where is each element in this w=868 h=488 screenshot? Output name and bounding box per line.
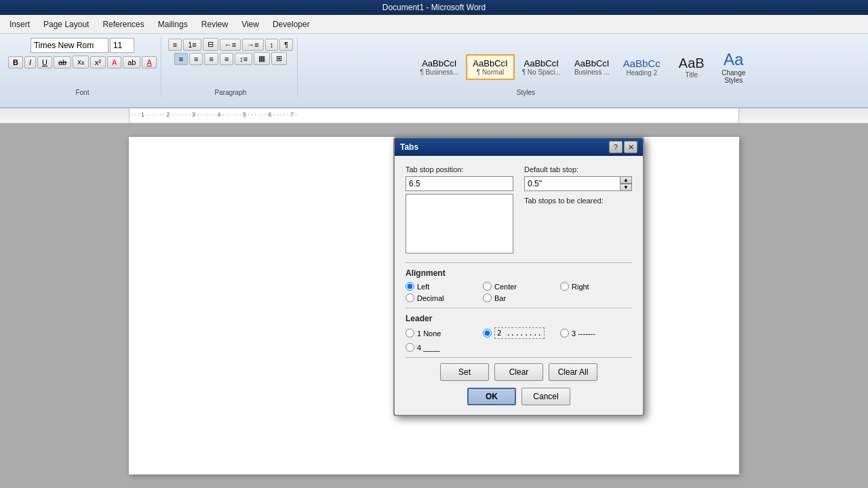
document-area: Tabs ? ✕ Tab stop position: — [0, 123, 868, 488]
title-bar: Document1 - Microsoft Word — [0, 0, 868, 15]
spinner-buttons: ▲ ▼ — [620, 176, 632, 191]
default-tab-stop-col: Default tab stop: ▲ ▼ Tab stops to be cl… — [524, 165, 632, 256]
leader-dashes-option[interactable]: 3 ------- — [560, 327, 632, 339]
multilevel-list-button[interactable]: ⊟ — [203, 38, 218, 51]
leader-none-option[interactable]: 1 None — [406, 327, 477, 339]
leader-dots-radio[interactable] — [483, 329, 492, 338]
align-center-option[interactable]: Center — [483, 282, 555, 291]
highlight-button[interactable]: ab — [123, 56, 140, 68]
list-row: ≡ 1≡ ⊟ ←≡ →≡ ↕ ¶ — [168, 38, 293, 51]
align-left-radio[interactable] — [406, 282, 414, 291]
leader-radio-group: 1 None 2 ........ 3 ------- 4 ____ — [406, 327, 632, 352]
leader-none-radio[interactable] — [406, 329, 414, 338]
styles-section: AaBbCcI ¶ Business... AaBbCcI ¶ Normal A… — [414, 38, 750, 96]
ribbon: B I U ab x₂ x² A ab A Font ≡ 1≡ ⊟ ←≡ →≡ … — [0, 34, 868, 108]
spinner-up-button[interactable]: ▲ — [620, 176, 632, 184]
set-button[interactable]: Set — [440, 363, 489, 381]
style-item-normal[interactable]: AaBbCcI ¶ Normal — [466, 54, 514, 80]
align-bar-radio[interactable] — [483, 293, 492, 302]
change-styles-icon: Aa — [724, 50, 743, 69]
paragraph-group: ≡ 1≡ ⊟ ←≡ →≡ ↕ ¶ ≡ ≡ ≡ ≡ ↕≡ ▦ ⊞ Paragrap… — [164, 37, 298, 98]
cancel-button[interactable]: Cancel — [521, 388, 570, 405]
align-center-label: Center — [494, 283, 517, 291]
tab-stop-listbox-wrapper — [406, 194, 513, 256]
shading-button[interactable]: ▦ — [254, 52, 270, 65]
change-styles-button[interactable]: Aa ChangeStyles — [717, 47, 751, 87]
align-decimal-option[interactable]: Decimal — [406, 293, 477, 302]
alignment-radio-group: Left Center Right Decimal — [406, 282, 632, 302]
align-decimal-radio[interactable] — [406, 293, 414, 302]
align-right-button[interactable]: ≡ — [204, 53, 218, 65]
leader-underline-option[interactable]: 4 ____ — [406, 343, 477, 352]
sort-button[interactable]: ↕ — [265, 39, 279, 51]
superscript-button[interactable]: x² — [90, 56, 106, 68]
text-color-button[interactable]: A — [142, 56, 156, 68]
leader-dots-option[interactable]: 2 ........ — [483, 327, 555, 339]
tab-stop-position-input[interactable] — [406, 176, 513, 191]
font-group-label: Font — [75, 89, 89, 96]
align-bar-option[interactable]: Bar — [483, 293, 555, 302]
menu-item-pagelayout[interactable]: Page Layout — [37, 17, 96, 32]
styles-group-label: Styles — [517, 89, 535, 96]
line-spacing-button[interactable]: ↕≡ — [235, 53, 252, 65]
bold-button[interactable]: B — [8, 56, 23, 68]
subscript-button[interactable]: x₂ — [73, 56, 89, 68]
increase-indent-button[interactable]: →≡ — [242, 39, 263, 51]
align-right-label: Right — [572, 283, 589, 291]
border-button[interactable]: ⊞ — [271, 52, 287, 65]
style-label-no-spacing: ¶ No Spaci... — [522, 68, 561, 76]
leader-underline-radio[interactable] — [406, 343, 414, 352]
menu-item-review[interactable]: Review — [195, 17, 235, 32]
style-label-normal: ¶ Normal — [477, 68, 504, 76]
style-item-heading2[interactable]: AaBbCc Heading 2 — [617, 54, 667, 80]
font-group-content: B I U ab x₂ x² A ab A — [8, 38, 157, 68]
font-size-input[interactable] — [110, 38, 134, 53]
dialog-close-button[interactable]: ✕ — [624, 141, 637, 153]
menu-item-references[interactable]: References — [96, 17, 151, 32]
tab-stop-listbox[interactable] — [406, 194, 513, 253]
align-center-radio[interactable] — [483, 282, 492, 291]
align-row: ≡ ≡ ≡ ≡ ↕≡ ▦ ⊞ — [174, 52, 288, 65]
style-label-business2: Business ... — [574, 68, 610, 76]
style-label-heading2: Heading 2 — [626, 69, 657, 77]
clear-button[interactable]: Clear — [494, 363, 543, 381]
strikethrough-button[interactable]: ab — [54, 56, 71, 68]
style-item-title[interactable]: AaB Title — [668, 52, 715, 82]
menu-item-insert[interactable]: Insert — [3, 17, 37, 32]
font-name-input[interactable] — [31, 38, 108, 53]
spinner-down-button[interactable]: ▼ — [620, 184, 632, 191]
font-color-button[interactable]: A — [107, 56, 121, 68]
style-item-no-spacing[interactable]: AaBbCcI ¶ No Spaci... — [516, 55, 567, 79]
numbered-list-button[interactable]: 1≡ — [183, 39, 201, 51]
clear-all-button[interactable]: Clear All — [549, 363, 597, 381]
align-left-option[interactable]: Left — [406, 282, 477, 291]
decrease-indent-button[interactable]: ←≡ — [220, 39, 241, 51]
default-tab-stop-input[interactable] — [524, 176, 620, 191]
italic-button[interactable]: I — [24, 56, 36, 68]
align-left-button[interactable]: ≡ — [174, 53, 188, 65]
bullet-list-button[interactable]: ≡ — [168, 39, 182, 51]
ok-button[interactable]: OK — [467, 388, 516, 405]
underline-button[interactable]: U — [37, 56, 52, 68]
leader-dashes-radio[interactable] — [560, 329, 569, 338]
menu-item-developer[interactable]: Developer — [266, 17, 317, 32]
menu-bar: Insert Page Layout References Mailings R… — [0, 15, 868, 34]
tabs-dialog[interactable]: Tabs ? ✕ Tab stop position: — [393, 137, 644, 416]
menu-item-view[interactable]: View — [235, 17, 266, 32]
show-formatting-button[interactable]: ¶ — [279, 39, 293, 51]
menu-item-mailings[interactable]: Mailings — [151, 17, 195, 32]
align-right-option[interactable]: Right — [560, 282, 632, 291]
align-center-button[interactable]: ≡ — [189, 53, 203, 65]
align-bar-label: Bar — [494, 294, 506, 302]
leader-label: Leader — [406, 314, 632, 323]
ruler-text: · · · 1 · · · · · · 2 · · · · · · 3 · · … — [131, 111, 297, 118]
font-selector-row — [31, 38, 134, 53]
align-right-radio[interactable] — [560, 282, 569, 291]
style-preview-business2: AaBbCcI — [574, 58, 609, 68]
action-buttons-row: Set Clear Clear All — [406, 363, 632, 381]
style-item-business1[interactable]: AaBbCcI ¶ Business... — [414, 55, 465, 79]
dialog-help-button[interactable]: ? — [609, 141, 623, 153]
justify-button[interactable]: ≡ — [220, 53, 233, 65]
style-item-business2[interactable]: AaBbCcI Business ... — [568, 55, 616, 79]
style-preview-title: AaB — [679, 56, 705, 71]
